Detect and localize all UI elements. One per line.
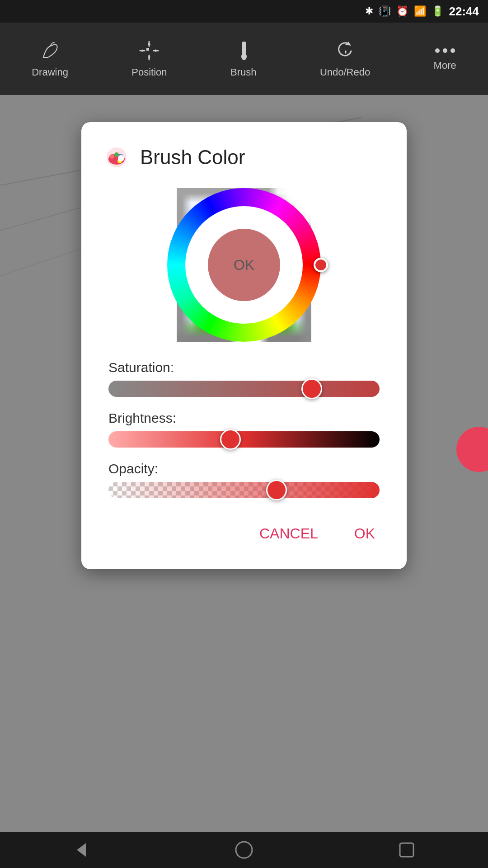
saturation-slider-group: Saturation: xyxy=(108,360,380,397)
more-label: More xyxy=(434,60,456,71)
toolbar-more[interactable]: More xyxy=(425,42,465,76)
sliders-section: Saturation: Brightness: Opac xyxy=(104,360,384,498)
dialog-header: Brush Color xyxy=(104,145,384,170)
drawing-label: Drawing xyxy=(32,66,68,78)
svg-point-15 xyxy=(110,154,114,159)
dialog-title: Brush Color xyxy=(140,146,245,169)
toolbar-drawing[interactable]: Drawing xyxy=(23,35,77,83)
svg-point-23 xyxy=(236,842,252,858)
saturation-track[interactable] xyxy=(108,381,380,397)
toolbar-undoredo[interactable]: Undo/Redo xyxy=(311,35,379,83)
brush-icon xyxy=(232,39,255,62)
battery-icon: 🔋 xyxy=(432,5,444,17)
opacity-slider-group: Opacity: xyxy=(108,461,380,498)
status-time: 22:44 xyxy=(449,5,479,19)
svg-point-19 xyxy=(118,155,124,161)
hue-selector-dot[interactable] xyxy=(314,258,328,272)
home-icon xyxy=(233,839,255,861)
ok-button-center[interactable]: OK xyxy=(208,229,280,301)
svg-point-8 xyxy=(443,48,447,53)
svg-rect-24 xyxy=(400,843,413,857)
brightness-track[interactable] xyxy=(108,431,380,448)
signal-icon: 📶 xyxy=(414,5,426,17)
toolbar: Drawing Position Brush Undo/Redo xyxy=(0,23,488,95)
position-icon xyxy=(138,39,160,62)
svg-point-5 xyxy=(241,53,247,60)
drawing-icon xyxy=(39,39,61,62)
nav-back-button[interactable] xyxy=(68,836,95,863)
position-label: Position xyxy=(131,66,167,78)
back-icon xyxy=(70,839,93,861)
undoredo-label: Undo/Redo xyxy=(320,66,370,78)
svg-marker-1 xyxy=(148,57,150,60)
opacity-label: Opacity: xyxy=(108,461,380,476)
dialog-overlay: Brush Color xyxy=(0,95,488,832)
alarm-icon: ⏰ xyxy=(396,5,408,17)
brightness-slider-track-wrapper[interactable] xyxy=(108,431,380,448)
nav-home-button[interactable] xyxy=(230,836,258,863)
brightness-label: Brightness: xyxy=(108,410,380,426)
palette-icon xyxy=(104,145,129,170)
more-icon xyxy=(434,46,456,55)
recent-icon xyxy=(395,839,418,861)
nav-recent-button[interactable] xyxy=(393,836,420,863)
brightness-thumb[interactable] xyxy=(220,429,241,450)
bottom-nav xyxy=(0,832,488,868)
saturation-label: Saturation: xyxy=(108,360,380,375)
brush-color-dialog: Brush Color xyxy=(81,122,407,569)
svg-point-7 xyxy=(435,48,440,53)
bluetooth-icon: ✱ xyxy=(365,5,373,17)
opacity-color-layer xyxy=(108,482,380,498)
svg-point-16 xyxy=(114,152,119,157)
undoredo-icon xyxy=(334,39,357,62)
brightness-slider-group: Brightness: xyxy=(108,410,380,448)
svg-marker-2 xyxy=(140,49,143,52)
dialog-buttons: CANCEL OK xyxy=(104,521,384,547)
saturation-slider-track-wrapper[interactable] xyxy=(108,381,380,397)
cancel-button[interactable]: CANCEL xyxy=(250,521,327,547)
toolbar-brush[interactable]: Brush xyxy=(221,35,265,83)
color-wheel[interactable]: OK xyxy=(167,188,321,342)
svg-rect-4 xyxy=(242,42,246,54)
saturation-thumb[interactable] xyxy=(301,378,322,399)
svg-marker-3 xyxy=(155,49,158,52)
svg-point-9 xyxy=(450,48,455,53)
brush-label: Brush xyxy=(230,66,256,78)
status-bar: ✱ 📳 ⏰ 📶 🔋 22:44 xyxy=(0,0,488,23)
toolbar-position[interactable]: Position xyxy=(122,35,176,83)
vibrate-icon: 📳 xyxy=(379,5,391,17)
opacity-thumb[interactable] xyxy=(266,480,287,500)
ok-button[interactable]: OK xyxy=(345,521,384,547)
opacity-track[interactable] xyxy=(108,482,380,498)
color-wheel-container[interactable]: OK xyxy=(104,188,384,342)
canvas-area: Brush Color xyxy=(0,95,488,832)
svg-marker-22 xyxy=(77,843,86,857)
svg-marker-0 xyxy=(148,42,150,45)
opacity-slider-track-wrapper[interactable] xyxy=(108,482,380,498)
